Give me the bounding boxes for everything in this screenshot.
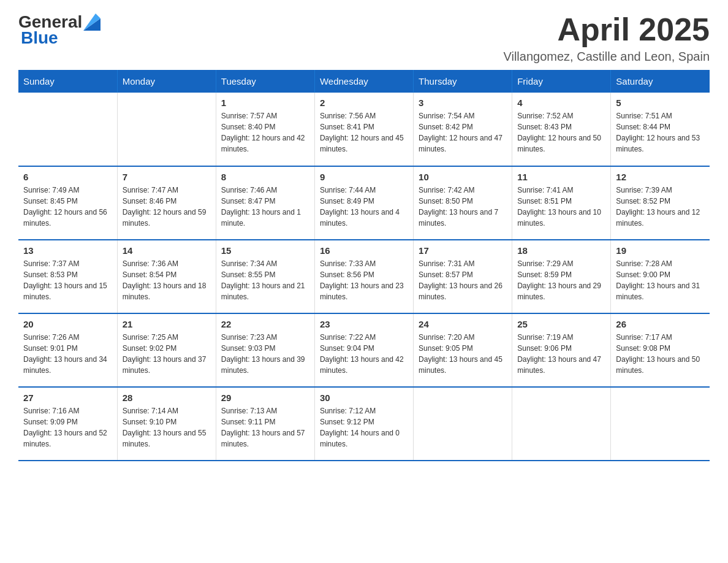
day-info: Sunrise: 7:34 AMSunset: 8:55 PMDaylight:… — [221, 258, 309, 302]
day-number: 2 — [320, 98, 408, 108]
day-number: 1 — [221, 98, 309, 108]
day-info: Sunrise: 7:17 AMSunset: 9:08 PMDaylight:… — [616, 332, 705, 376]
day-info: Sunrise: 7:29 AMSunset: 8:59 PMDaylight:… — [517, 258, 605, 302]
day-info: Sunrise: 7:22 AMSunset: 9:04 PMDaylight:… — [320, 332, 408, 376]
calendar-cell: 19Sunrise: 7:28 AMSunset: 9:00 PMDayligh… — [611, 240, 710, 313]
calendar-cell — [117, 93, 216, 166]
calendar-week-row: 1Sunrise: 7:57 AMSunset: 8:40 PMDaylight… — [18, 93, 710, 166]
day-info: Sunrise: 7:42 AMSunset: 8:50 PMDaylight:… — [419, 185, 507, 229]
calendar-cell: 24Sunrise: 7:20 AMSunset: 9:05 PMDayligh… — [414, 313, 512, 387]
calendar-cell: 9Sunrise: 7:44 AMSunset: 8:49 PMDaylight… — [314, 166, 413, 240]
calendar-cell — [18, 93, 117, 166]
day-number: 15 — [221, 245, 309, 256]
day-number: 5 — [616, 98, 705, 108]
day-info: Sunrise: 7:31 AMSunset: 8:57 PMDaylight:… — [419, 258, 507, 302]
day-number: 7 — [123, 172, 211, 182]
day-info: Sunrise: 7:44 AMSunset: 8:49 PMDaylight:… — [320, 185, 408, 229]
calendar-cell: 12Sunrise: 7:39 AMSunset: 8:52 PMDayligh… — [611, 166, 710, 240]
day-info: Sunrise: 7:54 AMSunset: 8:42 PMDaylight:… — [419, 110, 507, 155]
weekday-header-friday: Friday — [512, 70, 611, 93]
weekday-header-wednesday: Wednesday — [314, 70, 413, 93]
day-info: Sunrise: 7:19 AMSunset: 9:06 PMDaylight:… — [517, 332, 605, 376]
calendar-cell: 28Sunrise: 7:14 AMSunset: 9:10 PMDayligh… — [117, 387, 216, 461]
day-number: 23 — [320, 319, 408, 329]
calendar-cell: 15Sunrise: 7:34 AMSunset: 8:55 PMDayligh… — [216, 240, 314, 313]
calendar-cell: 29Sunrise: 7:13 AMSunset: 9:11 PMDayligh… — [216, 387, 314, 461]
day-info: Sunrise: 7:49 AMSunset: 8:45 PMDaylight:… — [23, 185, 112, 229]
day-info: Sunrise: 7:12 AMSunset: 9:12 PMDaylight:… — [320, 405, 408, 450]
calendar-cell: 20Sunrise: 7:26 AMSunset: 9:01 PMDayligh… — [18, 313, 117, 387]
day-number: 6 — [23, 172, 112, 182]
day-info: Sunrise: 7:33 AMSunset: 8:56 PMDaylight:… — [320, 258, 408, 302]
day-number: 28 — [123, 393, 211, 403]
day-number: 20 — [23, 319, 112, 329]
day-info: Sunrise: 7:28 AMSunset: 9:00 PMDaylight:… — [616, 258, 705, 302]
day-number: 29 — [221, 393, 309, 403]
weekday-header-row: SundayMondayTuesdayWednesdayThursdayFrid… — [18, 70, 710, 93]
calendar-cell: 1Sunrise: 7:57 AMSunset: 8:40 PMDaylight… — [216, 93, 314, 166]
calendar-cell: 5Sunrise: 7:51 AMSunset: 8:44 PMDaylight… — [611, 93, 710, 166]
day-number: 11 — [517, 172, 605, 182]
calendar-cell: 18Sunrise: 7:29 AMSunset: 8:59 PMDayligh… — [512, 240, 611, 313]
day-number: 17 — [419, 245, 507, 256]
calendar-cell: 25Sunrise: 7:19 AMSunset: 9:06 PMDayligh… — [512, 313, 611, 387]
day-number: 19 — [616, 245, 705, 256]
day-info: Sunrise: 7:26 AMSunset: 9:01 PMDaylight:… — [23, 332, 112, 376]
day-info: Sunrise: 7:56 AMSunset: 8:41 PMDaylight:… — [320, 110, 408, 155]
weekday-header-sunday: Sunday — [18, 70, 117, 93]
location-title: Villangomez, Castille and Leon, Spain — [503, 50, 710, 64]
calendar-cell: 10Sunrise: 7:42 AMSunset: 8:50 PMDayligh… — [414, 166, 512, 240]
logo-icon — [83, 13, 100, 31]
calendar-cell — [611, 387, 710, 461]
calendar-cell: 27Sunrise: 7:16 AMSunset: 9:09 PMDayligh… — [18, 387, 117, 461]
calendar-cell: 6Sunrise: 7:49 AMSunset: 8:45 PMDaylight… — [18, 166, 117, 240]
day-number: 18 — [517, 245, 605, 256]
calendar-cell: 14Sunrise: 7:36 AMSunset: 8:54 PMDayligh… — [117, 240, 216, 313]
day-number: 21 — [123, 319, 211, 329]
weekday-header-tuesday: Tuesday — [216, 70, 314, 93]
day-info: Sunrise: 7:14 AMSunset: 9:10 PMDaylight:… — [123, 405, 211, 450]
day-info: Sunrise: 7:23 AMSunset: 9:03 PMDaylight:… — [221, 332, 309, 376]
logo-blue-text: Blue — [21, 28, 58, 48]
logo: General Blue — [18, 12, 103, 48]
calendar-week-row: 13Sunrise: 7:37 AMSunset: 8:53 PMDayligh… — [18, 240, 710, 313]
day-info: Sunrise: 7:46 AMSunset: 8:47 PMDaylight:… — [221, 185, 309, 229]
day-number: 10 — [419, 172, 507, 182]
page-header: General Blue April 2025 Villangomez, Cas… — [18, 12, 710, 64]
day-info: Sunrise: 7:13 AMSunset: 9:11 PMDaylight:… — [221, 405, 309, 450]
calendar-cell: 3Sunrise: 7:54 AMSunset: 8:42 PMDaylight… — [414, 93, 512, 166]
calendar-table: SundayMondayTuesdayWednesdayThursdayFrid… — [18, 70, 710, 461]
day-number: 30 — [320, 393, 408, 403]
day-info: Sunrise: 7:39 AMSunset: 8:52 PMDaylight:… — [616, 185, 705, 229]
day-info: Sunrise: 7:25 AMSunset: 9:02 PMDaylight:… — [123, 332, 211, 376]
day-number: 3 — [419, 98, 507, 108]
calendar-week-row: 20Sunrise: 7:26 AMSunset: 9:01 PMDayligh… — [18, 313, 710, 387]
calendar-cell — [414, 387, 512, 461]
calendar-cell: 21Sunrise: 7:25 AMSunset: 9:02 PMDayligh… — [117, 313, 216, 387]
day-info: Sunrise: 7:16 AMSunset: 9:09 PMDaylight:… — [23, 405, 112, 450]
day-number: 16 — [320, 245, 408, 256]
day-info: Sunrise: 7:41 AMSunset: 8:51 PMDaylight:… — [517, 185, 605, 229]
day-number: 25 — [517, 319, 605, 329]
weekday-header-saturday: Saturday — [611, 70, 710, 93]
calendar-cell: 30Sunrise: 7:12 AMSunset: 9:12 PMDayligh… — [314, 387, 413, 461]
weekday-header-monday: Monday — [117, 70, 216, 93]
day-info: Sunrise: 7:51 AMSunset: 8:44 PMDaylight:… — [616, 110, 705, 155]
day-info: Sunrise: 7:37 AMSunset: 8:53 PMDaylight:… — [23, 258, 112, 302]
calendar-cell — [512, 387, 611, 461]
calendar-week-row: 6Sunrise: 7:49 AMSunset: 8:45 PMDaylight… — [18, 166, 710, 240]
day-number: 14 — [123, 245, 211, 256]
day-number: 24 — [419, 319, 507, 329]
calendar-cell: 11Sunrise: 7:41 AMSunset: 8:51 PMDayligh… — [512, 166, 611, 240]
calendar-cell: 8Sunrise: 7:46 AMSunset: 8:47 PMDaylight… — [216, 166, 314, 240]
day-number: 12 — [616, 172, 705, 182]
day-info: Sunrise: 7:57 AMSunset: 8:40 PMDaylight:… — [221, 110, 309, 155]
calendar-cell: 4Sunrise: 7:52 AMSunset: 8:43 PMDaylight… — [512, 93, 611, 166]
day-number: 9 — [320, 172, 408, 182]
day-info: Sunrise: 7:47 AMSunset: 8:46 PMDaylight:… — [123, 185, 211, 229]
day-info: Sunrise: 7:52 AMSunset: 8:43 PMDaylight:… — [517, 110, 605, 155]
day-number: 13 — [23, 245, 112, 256]
calendar-cell: 2Sunrise: 7:56 AMSunset: 8:41 PMDaylight… — [314, 93, 413, 166]
calendar-cell: 23Sunrise: 7:22 AMSunset: 9:04 PMDayligh… — [314, 313, 413, 387]
day-number: 4 — [517, 98, 605, 108]
